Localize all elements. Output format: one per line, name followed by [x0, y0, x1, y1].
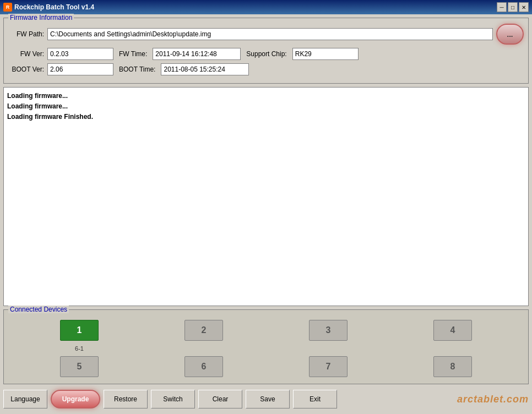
fw-details-row2: BOOT Ver: BOOT Time: — [8, 63, 524, 75]
connected-devices-group: Connected Devices 16-12345678 — [3, 309, 529, 384]
fw-time-input[interactable] — [153, 48, 241, 60]
fw-ver-label: FW Ver: — [8, 50, 44, 58]
device-button-4[interactable]: 4 — [433, 320, 472, 341]
device-col: 5 — [19, 356, 139, 377]
device-button-3[interactable]: 3 — [309, 320, 348, 341]
device-col: 6 — [144, 356, 264, 377]
log-area: Loading firmware...Loading firmware...Lo… — [3, 87, 529, 306]
bottom-bar: Language Upgrade Restore Switch Clear Sa… — [3, 388, 529, 411]
log-line: Loading firmware Finished. — [7, 112, 525, 122]
device-col: 16-1 — [19, 320, 139, 352]
switch-button[interactable]: Switch — [151, 390, 195, 408]
device-col: 2 — [144, 320, 264, 352]
device-grid: 16-12345678 — [8, 318, 524, 379]
support-chip-input[interactable] — [292, 48, 359, 60]
firmware-info-label: Firmware Information — [8, 14, 74, 21]
boot-ver-label: BOOT Ver: — [8, 66, 44, 73]
fw-path-input[interactable] — [47, 28, 493, 40]
fw-path-row: FW Path: ... — [8, 24, 524, 45]
device-button-1[interactable]: 1 — [60, 320, 99, 341]
clear-button[interactable]: Clear — [198, 390, 242, 408]
log-line: Loading firmware... — [7, 91, 525, 101]
language-button[interactable]: Language — [3, 390, 47, 408]
browse-button[interactable]: ... — [496, 24, 524, 45]
device-button-7[interactable]: 7 — [309, 356, 348, 377]
window-controls: ─ □ ✕ — [497, 2, 529, 12]
save-button[interactable]: Save — [246, 390, 290, 408]
device-button-8[interactable]: 8 — [433, 356, 472, 377]
fw-ver-input[interactable] — [47, 48, 113, 60]
watermark: arctablet.com — [457, 394, 529, 405]
log-line: Loading firmware... — [7, 101, 525, 112]
app-icon: R — [3, 3, 12, 12]
device-col: 4 — [393, 320, 513, 352]
fw-time-label: FW Time: — [117, 50, 149, 58]
upgrade-button[interactable]: Upgrade — [51, 390, 100, 408]
device-col: 7 — [268, 356, 388, 377]
connected-devices-label: Connected Devices — [8, 306, 69, 313]
main-window: Firmware Information FW Path: ... FW Ver… — [0, 14, 532, 414]
close-button[interactable]: ✕ — [519, 2, 529, 12]
device-col: 8 — [393, 356, 513, 377]
maximize-button[interactable]: □ — [508, 2, 518, 12]
exit-button[interactable]: Exit — [293, 390, 337, 408]
app-title: Rockchip Batch Tool v1.4 — [14, 3, 94, 11]
restore-button[interactable]: Restore — [104, 390, 148, 408]
fw-path-label: FW Path: — [8, 30, 44, 38]
boot-time-label: BOOT Time: — [117, 66, 158, 73]
firmware-info-group: Firmware Information FW Path: ... FW Ver… — [3, 18, 529, 84]
boot-ver-input[interactable] — [47, 63, 113, 75]
minimize-button[interactable]: ─ — [497, 2, 507, 12]
support-chip-label: Support Chip: — [244, 50, 289, 58]
title-bar: R Rockchip Batch Tool v1.4 ─ □ ✕ — [0, 0, 532, 14]
device-label-1: 6-1 — [75, 345, 84, 352]
device-col: 3 — [268, 320, 388, 352]
device-button-2[interactable]: 2 — [184, 320, 223, 341]
boot-time-input[interactable] — [161, 63, 249, 75]
device-button-6[interactable]: 6 — [184, 356, 223, 377]
fw-details-row1: FW Ver: FW Time: Support Chip: — [8, 48, 524, 60]
device-button-5[interactable]: 5 — [60, 356, 99, 377]
